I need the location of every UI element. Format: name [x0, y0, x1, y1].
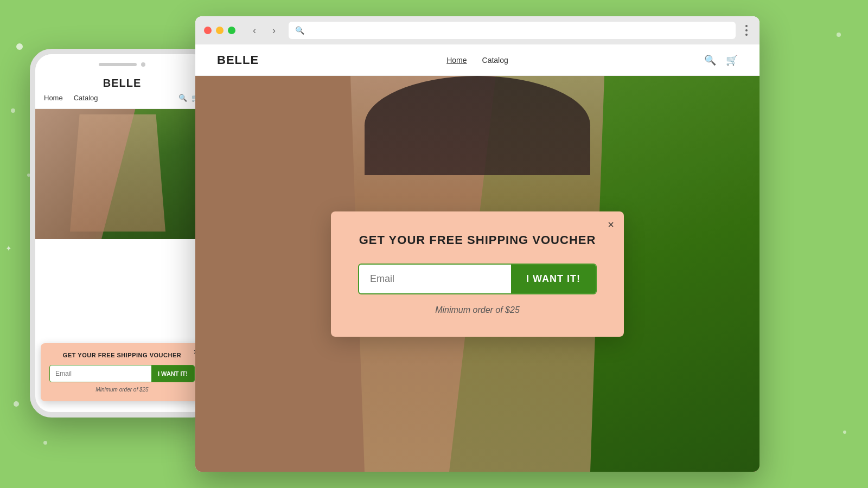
deco-dot-5: [43, 441, 47, 445]
site-nav-icons: 🔍 🛒: [704, 54, 738, 66]
browser-menu-button[interactable]: [742, 25, 751, 36]
browser-back-button[interactable]: ‹: [246, 22, 263, 38]
browser-nav-buttons: ‹ ›: [246, 22, 282, 38]
phone-camera: [141, 62, 145, 67]
browser-search-icon: 🔍: [295, 26, 304, 35]
phone-popup-title: GET YOUR FREE SHIPPING VOUCHER: [49, 352, 195, 358]
browser-traffic-lights: [204, 27, 235, 34]
phone-popup: × GET YOUR FREE SHIPPING VOUCHER I WANT …: [41, 343, 203, 401]
deco-dot-1: [16, 43, 23, 50]
site-cart-icon[interactable]: 🛒: [726, 54, 738, 66]
menu-dot-2: [745, 29, 748, 31]
browser-minimize-dot[interactable]: [216, 27, 224, 34]
nav-home-link[interactable]: Home: [446, 56, 467, 65]
phone-mockup: BELLE Home Catalog 🔍 🛒 ×: [30, 49, 214, 418]
phone-submit-button[interactable]: I WANT IT!: [151, 365, 194, 382]
submit-button[interactable]: I WANT IT!: [511, 265, 596, 293]
phone-nav-home[interactable]: Home: [44, 94, 63, 102]
browser-maximize-dot[interactable]: [228, 27, 235, 34]
site-nav-links: Home Catalog: [446, 56, 508, 65]
deco-dot-2: [11, 108, 15, 113]
popup-overlay: × GET YOUR FREE SHIPPING VOUCHER I WANT …: [195, 76, 760, 472]
shipping-voucher-popup: × GET YOUR FREE SHIPPING VOUCHER I WANT …: [331, 211, 624, 337]
phone-notch: [35, 54, 209, 70]
popup-close-button[interactable]: ×: [608, 219, 614, 230]
minimum-order-text: Minimum order of $25: [358, 305, 597, 315]
deco-dot-7: [843, 431, 846, 434]
website-content: BELLE Home Catalog 🔍 🛒: [195, 44, 760, 472]
site-navbar: BELLE Home Catalog 🔍 🛒: [195, 44, 760, 76]
phone-nav-catalog[interactable]: Catalog: [74, 94, 98, 102]
menu-dot-3: [745, 34, 748, 36]
phone-model-face: [70, 114, 165, 232]
site-hero: × GET YOUR FREE SHIPPING VOUCHER I WANT …: [195, 76, 760, 472]
phone-hero: [35, 109, 209, 239]
browser-url-bar[interactable]: 🔍: [289, 22, 736, 39]
phone-popup-form: I WANT IT!: [49, 365, 195, 382]
menu-dot-1: [745, 25, 748, 27]
deco-dot-6: [837, 33, 841, 37]
browser-chrome: ‹ › 🔍: [195, 16, 760, 44]
site-logo[interactable]: BELLE: [217, 53, 259, 67]
popup-title: GET YOUR FREE SHIPPING VOUCHER: [358, 233, 597, 247]
email-input[interactable]: [359, 265, 511, 293]
deco-dot-4: [14, 401, 19, 407]
deco-star-2: ✦: [5, 244, 12, 253]
browser-close-dot[interactable]: [204, 27, 212, 34]
phone-site-nav: BELLE Home Catalog 🔍 🛒: [35, 70, 209, 109]
popup-form: I WANT IT!: [358, 264, 597, 294]
phone-pill: [99, 63, 137, 66]
browser-window: ‹ › 🔍 BELLE Home Catalog �: [195, 16, 760, 472]
phone-email-input[interactable]: [50, 365, 151, 382]
nav-catalog-link[interactable]: Catalog: [482, 56, 508, 65]
phone-logo: BELLE: [44, 77, 200, 89]
browser-forward-button[interactable]: ›: [266, 22, 282, 38]
phone-search-icon[interactable]: 🔍: [178, 94, 187, 102]
phone-minimum-order-text: Minimum order of $25: [49, 387, 195, 393]
site-search-icon[interactable]: 🔍: [704, 54, 716, 66]
